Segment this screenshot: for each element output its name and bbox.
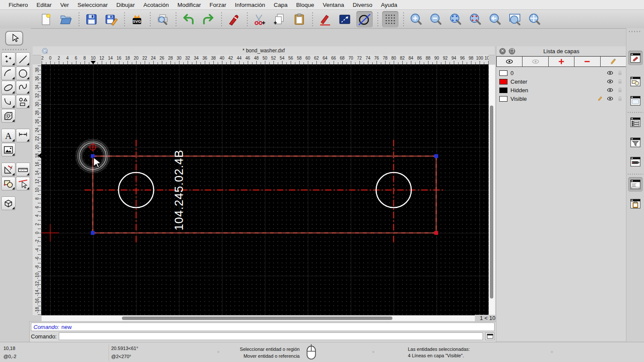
arc-tool-button[interactable]: [1, 66, 15, 80]
selection-handle[interactable]: [91, 231, 95, 235]
image-tool-button[interactable]: [1, 143, 15, 157]
layer-lock-icon[interactable]: [617, 95, 623, 102]
layer-row-hidden[interactable]: Hidden: [496, 86, 626, 94]
pen-selector-icon: [629, 156, 641, 168]
measure-tool-button[interactable]: [16, 163, 30, 176]
text-tool-button[interactable]: A: [1, 129, 15, 142]
menu-item-acotacio-n[interactable]: Acotación: [139, 2, 173, 8]
redo-button[interactable]: [200, 11, 216, 27]
draft-mode-button[interactable]: [356, 11, 373, 27]
dimension-tool-button[interactable]: [16, 129, 30, 142]
block-list-dock-button[interactable]: [628, 74, 643, 89]
library-browser-dock-button[interactable]: [628, 94, 643, 108]
layer-row-center[interactable]: Center: [496, 77, 626, 86]
layer-row-0[interactable]: 0: [496, 69, 626, 77]
command-input[interactable]: [59, 332, 483, 340]
modify-tool-button[interactable]: [1, 163, 15, 176]
selection-handle[interactable]: [434, 154, 438, 158]
drawing-canvas[interactable]: 104.245.02.4B: [41, 64, 489, 315]
statusbar: 10,18 @0,-2 20.5913<61° @2<270° Seleccio…: [0, 342, 644, 362]
svg-export-button[interactable]: SVG: [129, 11, 145, 27]
zoom-out-button[interactable]: [428, 11, 444, 27]
cut-button[interactable]: [252, 11, 268, 27]
new-file-button[interactable]: [38, 11, 54, 27]
zoom-auto-button[interactable]: [447, 11, 464, 27]
layer-list-icon: [629, 116, 641, 128]
add-layer-button[interactable]: [548, 56, 574, 67]
command-history-value: new: [61, 324, 72, 330]
menu-item-bloque[interactable]: Bloque: [292, 2, 319, 8]
solid-3d-tool-button[interactable]: [1, 196, 15, 210]
clipboard-dock-dock-button[interactable]: [628, 196, 643, 211]
submenu-corner: [12, 119, 15, 122]
layer-lock-icon[interactable]: [617, 87, 623, 94]
layer-visibility-eye-icon[interactable]: [607, 78, 614, 85]
layer-row-visible[interactable]: Visible: [496, 94, 626, 103]
zoom-window-button[interactable]: [507, 11, 523, 27]
menu-item-forzar[interactable]: Forzar: [205, 2, 231, 8]
points-tool-button[interactable]: [1, 52, 15, 66]
select-tools-tool-button[interactable]: [16, 177, 30, 190]
menu-item-diverso[interactable]: Diverso: [348, 2, 377, 8]
command-widget-dock-button[interactable]: [628, 177, 643, 192]
line-tool-button[interactable]: [16, 52, 30, 66]
dock-separator: [628, 112, 643, 113]
selection-handle[interactable]: [434, 231, 438, 235]
menu-item-seleccionar[interactable]: Seleccionar: [73, 2, 112, 8]
zoom-in-button[interactable]: [408, 11, 424, 27]
layer-list-dock-button[interactable]: [628, 115, 643, 130]
remove-layer-button[interactable]: [574, 56, 600, 67]
selection-tool-button[interactable]: [5, 31, 23, 45]
menu-item-capa[interactable]: Capa: [270, 2, 292, 8]
layer-visibility-eye-icon[interactable]: [607, 87, 614, 94]
horizontal-scrollbar[interactable]: [41, 315, 480, 322]
ellipse-tool-button[interactable]: [1, 81, 15, 94]
zoom-redraw-button[interactable]: [467, 11, 483, 27]
undo-button[interactable]: [180, 11, 197, 27]
menu-item-modificar[interactable]: Modificar: [173, 2, 205, 8]
part-number-text: 104.245.02.4B: [173, 150, 186, 231]
polyline-tool-button[interactable]: [1, 95, 15, 109]
block-tools-tool-button[interactable]: [1, 177, 15, 190]
hatch-tool-button[interactable]: [1, 109, 15, 123]
menu-item-editar[interactable]: Editar: [32, 2, 56, 8]
grid-toggle-button[interactable]: [382, 11, 398, 27]
pen-selector-dock-button[interactable]: [628, 154, 643, 169]
hide-all-layers-button[interactable]: [522, 56, 548, 67]
save-button[interactable]: [83, 11, 100, 27]
show-all-layers-button[interactable]: [496, 56, 522, 67]
spline-tool-button[interactable]: [16, 81, 30, 94]
paste-button[interactable]: [291, 11, 307, 27]
print-preview-button[interactable]: [155, 11, 171, 27]
menu-item-dibujar[interactable]: Dibujar: [112, 2, 139, 8]
pen-wizard-dock-button[interactable]: [628, 51, 643, 65]
absolute-coordinates: 10,18: [3, 346, 15, 351]
command-keyboard-button[interactable]: [485, 332, 495, 340]
vertical-scroll-thumb[interactable]: [490, 106, 493, 299]
layer-lock-icon[interactable]: [617, 78, 623, 85]
layer-visibility-eye-icon[interactable]: [607, 95, 614, 102]
edit-layer-button[interactable]: [600, 56, 626, 67]
open-file-button[interactable]: [58, 11, 74, 27]
layer-visibility-eye-icon[interactable]: [607, 69, 614, 76]
delete-entities-button[interactable]: [226, 11, 242, 27]
menu-item-ver[interactable]: Ver: [56, 2, 73, 8]
circle-tool-button[interactable]: [16, 66, 30, 80]
menu-item-informacio-n[interactable]: Información: [231, 2, 270, 8]
menu-item-fichero[interactable]: Fichero: [4, 2, 32, 8]
zoom-previous-button[interactable]: [487, 11, 503, 27]
save-as-button[interactable]: [103, 11, 119, 27]
draw-order-button[interactable]: [337, 11, 353, 27]
zoom-pan-button[interactable]: [526, 11, 543, 27]
entity-filter-dock-button[interactable]: [628, 135, 643, 150]
vertical-scrollbar[interactable]: [489, 64, 495, 316]
menu-item-ventana[interactable]: Ventana: [319, 2, 349, 8]
submenu-corner: [12, 105, 15, 108]
horizontal-scroll-thumb[interactable]: [122, 317, 392, 320]
undo-icon: [182, 13, 195, 26]
menu-item-ayuda[interactable]: Ayuda: [377, 2, 401, 8]
copy-button[interactable]: [271, 11, 288, 27]
edit-attributes-button[interactable]: [317, 11, 333, 27]
polygon-shapes-tool-button[interactable]: [16, 95, 30, 109]
layer-lock-icon[interactable]: [617, 69, 623, 76]
